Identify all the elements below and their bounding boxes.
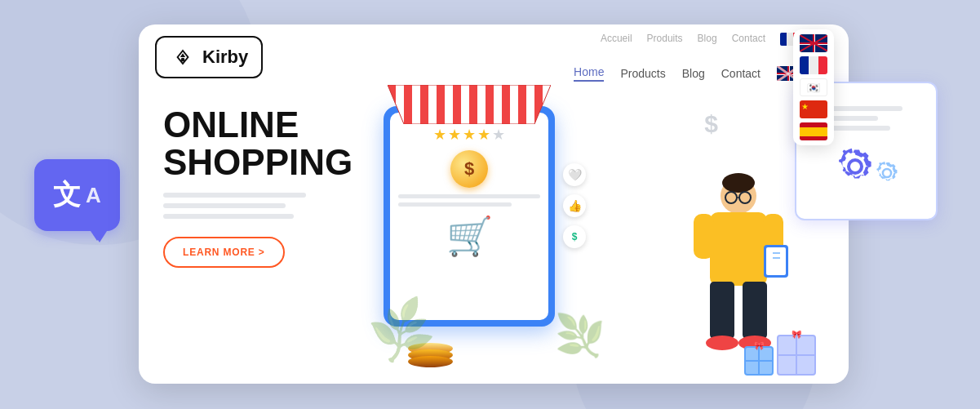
svg-point-5: [722, 173, 755, 193]
star-3: ★: [463, 126, 476, 144]
device-tablet: ★ ★ ★ ★ ★ $ 🛒: [384, 106, 555, 327]
svg-point-11: [706, 336, 738, 350]
logo-text: Kirby: [202, 47, 248, 68]
star-4: ★: [477, 126, 490, 144]
hero-section: ONLINE SHOPPING LEARN MORE > $: [139, 90, 849, 384]
star-half: ★: [492, 126, 505, 144]
svg-rect-7: [694, 214, 714, 259]
reactions-column: 🤍 👍 $: [563, 163, 586, 248]
dollar-float-icon: $: [704, 110, 718, 138]
svg-rect-10: [743, 282, 767, 339]
nav-blog[interactable]: Blog: [682, 67, 705, 80]
learn-more-button[interactable]: LEARN MORE >: [163, 237, 285, 268]
translate-char-2: A: [86, 183, 101, 208]
svg-rect-14: [766, 247, 786, 275]
svg-rect-9: [710, 282, 734, 339]
gift-box-2: 🎀: [777, 335, 816, 376]
top-nav-blog[interactable]: Blog: [698, 33, 717, 46]
hero-illustration: $: [359, 98, 824, 376]
lang-cn[interactable]: ★: [800, 100, 827, 118]
translate-char-1: 文: [53, 176, 81, 214]
main-card: Kirby Accueil Produits Blog Contact Home…: [139, 24, 849, 384]
translate-bubble: 文 A: [34, 159, 120, 231]
lang-dropdown: 🇰🇷 ★: [793, 29, 834, 145]
device-awning: [388, 85, 551, 124]
top-nav-contact[interactable]: Contact: [732, 33, 765, 46]
reaction-like: 👍: [563, 194, 586, 217]
hero-title: ONLINE SHOPPING: [163, 106, 359, 181]
plant-decoration: 🌿: [555, 312, 605, 359]
star-1: ★: [433, 126, 446, 144]
nav-contact[interactable]: Contact: [721, 67, 760, 80]
svg-point-1: [181, 58, 185, 62]
cart-icon: 🛒: [446, 217, 493, 255]
top-nav-row: Accueil Produits Blog Contact: [601, 33, 800, 46]
full-navbar: Kirby Accueil Produits Blog Contact Home…: [139, 24, 849, 90]
lang-fr[interactable]: [800, 56, 827, 74]
star-2: ★: [448, 126, 461, 144]
text-line-1: [163, 193, 306, 198]
coin-display: $: [450, 150, 488, 188]
device-screen: ★ ★ ★ ★ ★ $ 🛒: [390, 113, 548, 320]
text-line-2: [163, 203, 286, 208]
lang-es[interactable]: [800, 122, 827, 140]
reaction-dollar: $: [563, 225, 586, 248]
gift-boxes: 🎀 🎀: [744, 335, 816, 376]
bubble-tail: [92, 231, 107, 242]
reaction-heart: 🤍: [563, 163, 586, 186]
top-nav-accueil[interactable]: Accueil: [601, 33, 632, 46]
logo-icon: [170, 44, 196, 70]
gear-small-icon: [871, 158, 902, 189]
screen-text-lines: [398, 194, 540, 211]
hero-text-lines: [163, 193, 359, 219]
lang-kr[interactable]: 🇰🇷: [800, 78, 827, 96]
hero-left: ONLINE SHOPPING LEARN MORE >: [163, 98, 359, 376]
text-line-3: [163, 214, 294, 219]
stars-row: ★ ★ ★ ★ ★: [433, 126, 505, 144]
nav-products[interactable]: Products: [620, 67, 665, 80]
hero-title-line1: ONLINE: [163, 106, 359, 144]
main-nav-row: Home Products Blog Contact: [574, 65, 800, 82]
logo-area[interactable]: Kirby: [155, 36, 263, 78]
nav-home[interactable]: Home: [574, 65, 604, 82]
lang-uk[interactable]: [800, 34, 827, 52]
gift-box-1: 🎀: [744, 346, 774, 376]
top-nav-produits[interactable]: Produits: [647, 33, 683, 46]
hero-title-line2: SHOPPING: [163, 144, 359, 181]
svg-rect-6: [710, 212, 767, 286]
